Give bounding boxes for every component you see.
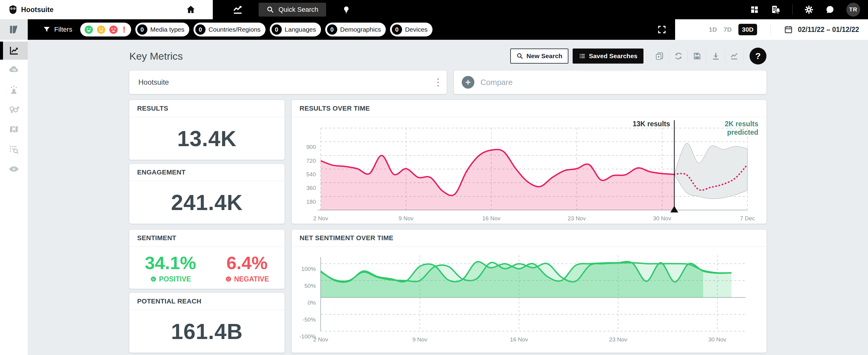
calendar-icon[interactable] — [784, 25, 793, 34]
refresh-button[interactable] — [669, 50, 687, 63]
sidebar-item-map[interactable] — [0, 119, 28, 139]
funnel-icon — [43, 26, 51, 33]
svg-text:720: 720 — [306, 158, 316, 164]
topbar-divider — [792, 4, 793, 15]
sidebar-item-themes[interactable] — [0, 139, 28, 159]
svg-text:predicted: predicted — [727, 128, 758, 136]
svg-text:0%: 0% — [308, 299, 316, 306]
engagement-card-title: ENGAGEMENT — [129, 164, 284, 181]
results-over-time-card: RESULTS OVER TIME 1803605407209002 Nov9 … — [292, 100, 767, 224]
sentiment-card-title: SENTIMENT — [129, 230, 284, 247]
results-card: RESULTS 13.4K — [129, 100, 284, 160]
sentiment-positive: 34.1% POSITIVE — [145, 253, 196, 283]
smiley-icon — [150, 276, 157, 282]
filters-label: Filters — [54, 26, 72, 33]
svg-text:30 Nov: 30 Nov — [708, 336, 727, 343]
chat-icon[interactable] — [825, 5, 835, 14]
eye-icon — [8, 163, 20, 175]
svg-text:360: 360 — [306, 185, 316, 191]
results-card-title: RESULTS — [129, 100, 284, 117]
filter-chip-demographics[interactable]: 0 Demographics — [325, 23, 386, 36]
hootsuite-logo[interactable]: Hootsuite — [8, 4, 54, 15]
search-query-box[interactable]: Hootsuite — [129, 70, 447, 94]
sidebar-item-key-metrics[interactable] — [0, 41, 28, 60]
kebab-menu-icon[interactable] — [435, 76, 441, 88]
chip-count-badge: 0 — [272, 24, 282, 35]
filter-chip-media-types[interactable]: 0 Media types — [135, 23, 189, 36]
help-button[interactable]: ? — [749, 47, 767, 64]
topbar-right-icons: TR — [749, 3, 868, 17]
filter-chip-languages[interactable]: 0 Languages — [270, 23, 321, 36]
trend-view-button[interactable] — [725, 50, 744, 63]
svg-text:7 Dec: 7 Dec — [740, 215, 755, 222]
compare-box[interactable]: Compare — [454, 70, 767, 94]
net-sentiment-over-time-chart: 100%50%0%-50%-100%2 Nov9 Nov16 Nov23 Nov… — [292, 247, 766, 352]
sidebar — [0, 19, 28, 355]
svg-text:16 Nov: 16 Nov — [482, 215, 501, 222]
toolbar-icon-strip — [650, 50, 744, 63]
sidebar-item-demographics[interactable] — [0, 99, 28, 119]
filter-chip-countries[interactable]: 0 Countries/Regions — [193, 23, 266, 36]
time-range-panel: 1D 7D 30D 02/11/22 – 01/12/22 — [675, 19, 868, 40]
line-chart-icon — [8, 45, 19, 56]
range-option-1d[interactable]: 1D — [709, 26, 717, 33]
sidebar-item-monitor[interactable] — [0, 159, 28, 179]
home-icon[interactable] — [186, 4, 196, 15]
range-option-30d-selected[interactable]: 30D — [738, 24, 757, 35]
neutral-face-icon — [96, 25, 106, 35]
search-query-text[interactable]: Hootsuite — [138, 78, 435, 87]
svg-text:23 Nov: 23 Nov — [609, 336, 627, 343]
saved-searches-button[interactable]: Saved Searches — [572, 49, 644, 64]
exclamation-icon: ! — [121, 25, 127, 35]
happy-face-icon — [84, 25, 94, 35]
sidebar-item-word-cloud[interactable] — [0, 60, 28, 79]
potential-reach-card: POTENTIAL REACH 161.4B — [129, 293, 284, 353]
sentiment-negative: 6.4% NEGATIVE — [225, 253, 269, 283]
listening-trend-icon[interactable] — [232, 4, 243, 15]
lightbulb-icon[interactable] — [342, 5, 351, 14]
new-search-button[interactable]: New Search — [510, 49, 568, 64]
notifications-icon[interactable] — [771, 4, 781, 15]
range-divider — [770, 24, 771, 35]
avatar[interactable]: TR — [846, 3, 860, 17]
svg-text:2 Nov: 2 Nov — [313, 336, 328, 343]
net-sentiment-title: NET SENTIMENT OVER TIME — [292, 230, 767, 247]
quick-search-label: Quick Search — [278, 6, 318, 13]
sidebar-item-library[interactable] — [0, 19, 28, 40]
svg-text:13K results: 13K results — [632, 120, 670, 128]
negative-value: 6.4% — [225, 253, 269, 273]
owl-logo-icon — [8, 4, 18, 15]
chip-count-badge: 0 — [195, 24, 206, 35]
key-metrics-page: Key Metrics New Search Saved Searches — [129, 40, 767, 353]
quick-search-button[interactable]: Quick Search — [258, 3, 326, 17]
range-option-7d[interactable]: 7D — [724, 26, 732, 33]
page-actions: New Search Saved Searches — [510, 47, 767, 64]
svg-text:2 Nov: 2 Nov — [313, 215, 328, 222]
books-icon — [8, 24, 19, 35]
svg-text:50%: 50% — [304, 283, 316, 289]
sentiment-card: SENTIMENT 34.1% POSITIVE — [129, 230, 284, 289]
net-sentiment-over-time-card: NET SENTIMENT OVER TIME 100%50%0%-50%-10… — [292, 230, 767, 353]
list-icon — [579, 53, 586, 60]
gear-icon[interactable] — [804, 5, 814, 14]
fullscreen-icon[interactable] — [657, 25, 667, 34]
download-button[interactable] — [706, 50, 725, 63]
date-range[interactable]: 02/11/22 – 01/12/22 — [798, 26, 859, 34]
engagement-value: 241.4K — [171, 190, 243, 215]
page-title: Key Metrics — [129, 50, 183, 62]
negative-label: NEGATIVE — [234, 275, 269, 283]
chip-count-badge: 0 — [327, 24, 337, 35]
topbar-brand-section: Hootsuite — [0, 0, 213, 19]
apps-grid-icon[interactable] — [749, 5, 759, 14]
add-to-board-button[interactable] — [650, 50, 669, 63]
topbar-dark-section: Quick Search TR — [213, 0, 868, 19]
save-button[interactable] — [687, 50, 706, 63]
sidebar-item-influencers[interactable] — [0, 79, 28, 99]
word-cloud-icon — [8, 64, 20, 75]
sentiment-filter-pill[interactable]: ! — [80, 23, 131, 36]
filters-button[interactable]: Filters — [43, 26, 72, 33]
search-icon — [516, 53, 524, 60]
positive-value: 34.1% — [145, 253, 196, 273]
filter-chip-devices[interactable]: 0 Devices — [390, 23, 433, 36]
influencer-icon — [8, 84, 20, 95]
